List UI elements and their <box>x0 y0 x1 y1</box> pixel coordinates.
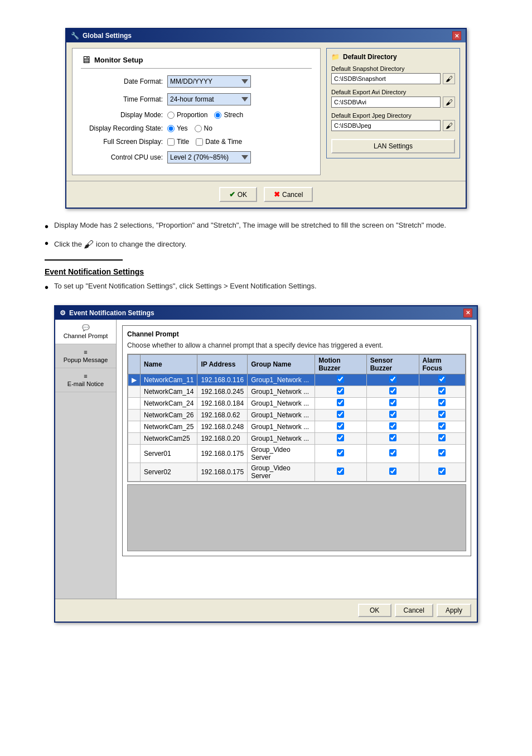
display-recording-yes-radio[interactable] <box>167 125 175 132</box>
avi-browse-button[interactable]: 🖌 <box>443 97 455 108</box>
sensor-checkbox[interactable] <box>389 411 396 418</box>
default-dir-title: 📁 Default Directory <box>331 53 455 61</box>
display-mode-proportion-option[interactable]: Proportion <box>167 111 207 119</box>
avi-dir-entry: Default Export Avi Directory 🖌 <box>331 89 455 108</box>
group-cell: Group_Video Server <box>248 444 315 463</box>
sensor-checkbox[interactable] <box>389 422 396 430</box>
motion-cell[interactable] <box>315 444 366 463</box>
popup-message-label: Popup Message <box>64 357 108 363</box>
jpeg-browse-button[interactable]: 🖌 <box>443 120 455 131</box>
ok-button[interactable]: ✔ OK <box>219 187 257 202</box>
alarm-cell[interactable] <box>419 397 466 409</box>
lan-settings-button[interactable]: LAN Settings <box>331 139 455 153</box>
sensor-checkbox[interactable] <box>389 449 396 456</box>
sensor-cell[interactable] <box>366 444 419 463</box>
motion-checkbox[interactable] <box>337 411 344 418</box>
avi-dir-label: Default Export Avi Directory <box>331 89 455 95</box>
alarm-checkbox[interactable] <box>438 449 446 456</box>
cancel-button[interactable]: ✖ Cancel <box>264 187 313 202</box>
motion-cell[interactable] <box>315 374 366 386</box>
sidebar-item-channel-prompt[interactable]: 💬 Channel Prompt <box>55 320 116 344</box>
sensor-checkbox[interactable] <box>389 434 396 441</box>
alarm-cell[interactable] <box>419 409 466 421</box>
alarm-cell[interactable] <box>419 421 466 432</box>
alarm-checkbox[interactable] <box>438 411 446 418</box>
table-row[interactable]: ▶NetworkCam_11192.168.0.116Group1_Networ… <box>128 374 466 386</box>
event-ok-button[interactable]: OK <box>358 604 391 617</box>
alarm-checkbox[interactable] <box>438 468 446 475</box>
sensor-cell[interactable] <box>366 397 419 409</box>
table-row[interactable]: NetworkCam_24192.168.0.184Group1_Network… <box>128 397 466 409</box>
sidebar-item-popup-message[interactable]: ≡ Popup Message <box>55 344 116 368</box>
motion-cell[interactable] <box>315 386 366 397</box>
motion-checkbox[interactable] <box>337 434 344 441</box>
date-format-select[interactable]: MM/DD/YYYY DD/MM/YYYY YYYY/MM/DD <box>167 75 251 88</box>
alarm-checkbox[interactable] <box>438 399 446 406</box>
motion-checkbox[interactable] <box>337 422 344 430</box>
alarm-cell[interactable] <box>419 463 466 481</box>
alarm-checkbox[interactable] <box>438 387 446 394</box>
event-notification-close-button[interactable]: ✕ <box>463 309 472 317</box>
motion-cell[interactable] <box>315 397 366 409</box>
display-mode-proportion-radio[interactable] <box>167 112 175 119</box>
sensor-checkbox[interactable] <box>389 468 396 475</box>
sensor-checkbox[interactable] <box>389 399 396 406</box>
sensor-cell[interactable] <box>366 463 419 481</box>
table-row[interactable]: NetworkCam_26192.168.0.62Group1_Network … <box>128 409 466 421</box>
cpu-use-row: Control CPU use: Level 1 (50%~65%) Level… <box>81 151 312 163</box>
display-recording-no-radio[interactable] <box>195 125 202 132</box>
display-mode-strech-label: Strech <box>224 111 243 119</box>
sensor-cell[interactable] <box>366 421 419 432</box>
sensor-checkbox[interactable] <box>389 375 396 383</box>
table-row[interactable]: NetworkCam_25192.168.0.248Group1_Network… <box>128 421 466 432</box>
titlebar-left: 🔧 Global Settings <box>71 32 132 40</box>
cpu-use-select[interactable]: Level 1 (50%~65%) Level 2 (70%~85%) Leve… <box>167 151 251 163</box>
jpeg-dir-input[interactable] <box>331 120 441 131</box>
display-recording-yes-option[interactable]: Yes <box>167 124 188 132</box>
alarm-checkbox[interactable] <box>438 434 446 441</box>
full-screen-date-option[interactable]: Date & Time <box>196 138 242 146</box>
motion-cell[interactable] <box>315 409 366 421</box>
table-row[interactable]: NetworkCam25192.168.0.20Group1_Network .… <box>128 432 466 444</box>
full-screen-title-option[interactable]: Title <box>167 138 189 146</box>
snapshot-browse-button[interactable]: 🖌 <box>443 73 455 84</box>
avi-dir-input[interactable] <box>331 97 441 108</box>
section2-title: Event Notification Settings <box>45 267 144 276</box>
sensor-cell[interactable] <box>366 432 419 444</box>
global-settings-close-button[interactable]: ✕ <box>452 31 461 40</box>
display-mode-strech-radio[interactable] <box>214 112 221 119</box>
event-cancel-button[interactable]: Cancel <box>395 604 433 617</box>
alarm-cell[interactable] <box>419 374 466 386</box>
motion-cell[interactable] <box>315 463 366 481</box>
alarm-cell[interactable] <box>419 432 466 444</box>
table-row[interactable]: Server02192.168.0.175Group_Video Server <box>128 463 466 481</box>
motion-checkbox[interactable] <box>337 468 344 475</box>
snapshot-dir-input[interactable] <box>331 73 441 84</box>
motion-cell[interactable] <box>315 432 366 444</box>
sensor-cell[interactable] <box>366 374 419 386</box>
full-screen-title-checkbox[interactable] <box>167 138 175 146</box>
motion-checkbox[interactable] <box>337 399 344 406</box>
alarm-cell[interactable] <box>419 444 466 463</box>
event-main-content: Channel Prompt Choose whether to allow a… <box>117 320 477 599</box>
motion-checkbox[interactable] <box>337 449 344 456</box>
alarm-checkbox[interactable] <box>438 375 446 383</box>
motion-checkbox[interactable] <box>337 375 344 383</box>
display-recording-no-option[interactable]: No <box>195 124 212 132</box>
motion-checkbox[interactable] <box>337 387 344 394</box>
sidebar-item-email-notice[interactable]: ≡ E-mail Notice <box>55 368 116 392</box>
table-row[interactable]: NetworkCam_14192.168.0.245Group1_Network… <box>128 386 466 397</box>
motion-cell[interactable] <box>315 421 366 432</box>
alarm-cell[interactable] <box>419 386 466 397</box>
event-apply-button[interactable]: Apply <box>437 604 471 617</box>
time-format-select[interactable]: 24-hour format 12-hour format <box>167 93 251 105</box>
full-screen-date-checkbox[interactable] <box>196 138 203 146</box>
channel-prompt-icon: 💬 <box>59 324 113 331</box>
bullet2-text: Click the 🖌 icon to change the directory… <box>54 237 186 253</box>
sensor-checkbox[interactable] <box>389 387 396 394</box>
display-mode-strech-option[interactable]: Strech <box>214 111 243 119</box>
sensor-cell[interactable] <box>366 409 419 421</box>
alarm-checkbox[interactable] <box>438 422 446 430</box>
sensor-cell[interactable] <box>366 386 419 397</box>
table-row[interactable]: Server01192.168.0.175Group_Video Server <box>128 444 466 463</box>
